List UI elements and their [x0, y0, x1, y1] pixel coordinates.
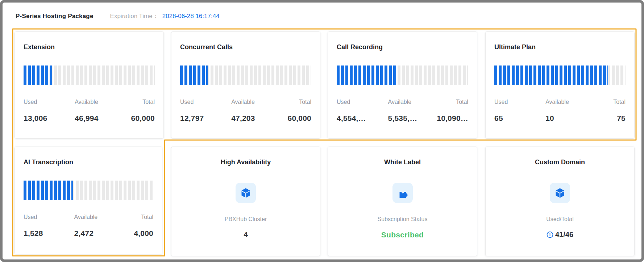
- usage-bar: [180, 66, 311, 85]
- feature-icon-box: [550, 183, 570, 203]
- usage-bar-fill: [494, 66, 608, 85]
- available-value: 47,203: [231, 114, 280, 123]
- total-value: 75: [594, 114, 626, 123]
- available-label: Available: [74, 214, 122, 220]
- total-label: Total: [594, 99, 626, 105]
- card-concurrent-calls: Concurrent Calls Used12,797 Available47,…: [171, 31, 320, 139]
- cube-icon: [554, 187, 566, 199]
- feature-icon-box: [236, 183, 256, 203]
- expiration-time-label: Expiration Time：: [110, 12, 159, 20]
- info-circle-icon[interactable]: [547, 231, 553, 238]
- usage-stats: Used65 Available10 Total75: [494, 99, 626, 123]
- card-title: Custom Domain: [494, 159, 626, 166]
- total-label: Total: [280, 99, 311, 105]
- card-high-availability: High Availability PBXHub Cluster 4: [171, 147, 320, 256]
- page-title: P-Series Hosting Package: [16, 13, 94, 20]
- used-value: 13,006: [24, 114, 75, 123]
- available-value: 5,535,…: [388, 114, 437, 123]
- available-value: 46,994: [75, 114, 123, 123]
- card-title: AI Transcription: [24, 159, 153, 166]
- card-call-recording: Call Recording Used4,554,… Available5,53…: [328, 31, 477, 139]
- total-label: Total: [122, 214, 153, 220]
- usage-stats: Used13,006 Available46,994 Total60,000: [24, 99, 155, 123]
- used-value: 4,554,…: [337, 114, 388, 123]
- used-label: Used: [180, 99, 231, 105]
- hosting-package-panel: P-Series Hosting Package Expiration Time…: [0, 0, 644, 262]
- feature-value: 41/46: [486, 231, 634, 239]
- usage-bar-fill: [24, 181, 73, 200]
- card-ai-transcription: AI Transcription Used1,528 Available2,47…: [14, 147, 162, 254]
- used-value: 1,528: [24, 229, 74, 238]
- used-total-value: 41/46: [555, 231, 573, 239]
- puzzle-icon: [397, 187, 408, 199]
- card-title: White Label: [337, 159, 468, 166]
- usage-stats: Used12,797 Available47,203 Total60,000: [180, 99, 311, 123]
- usage-bar: [494, 66, 626, 85]
- subscription-status-value: Subscribed: [328, 231, 477, 239]
- used-value: 12,797: [180, 114, 231, 123]
- card-title: Call Recording: [337, 43, 468, 51]
- card-extension: Extension Used13,006 Available46,994 Tot…: [14, 31, 164, 139]
- available-label: Available: [545, 99, 594, 105]
- card-title: Extension: [24, 43, 155, 51]
- usage-bar-fill: [180, 66, 208, 85]
- card-title: Concurrent Calls: [180, 43, 311, 51]
- feature-icon-box: [392, 183, 413, 203]
- expiration-time-value: 2028-06-28 16:17:44: [162, 13, 220, 20]
- card-title: High Availability: [180, 159, 311, 166]
- feature-label: Used/Total: [486, 216, 634, 223]
- usage-bar-fill: [337, 66, 396, 85]
- used-value: 65: [494, 114, 545, 123]
- available-label: Available: [75, 99, 123, 105]
- usage-bar: [24, 66, 155, 85]
- available-value: 10: [545, 114, 594, 123]
- used-label: Used: [24, 214, 74, 220]
- available-label: Available: [388, 99, 437, 105]
- feature-label: PBXHub Cluster: [171, 216, 320, 223]
- usage-stats: Used1,528 Available2,472 Total4,000: [24, 214, 153, 238]
- cube-icon: [240, 187, 252, 199]
- page-header: P-Series Hosting Package Expiration Time…: [16, 12, 220, 20]
- card-white-label: White Label Subscription Status Subscrib…: [328, 147, 477, 256]
- available-label: Available: [231, 99, 280, 105]
- total-value: 60,000: [280, 114, 311, 123]
- usage-stats: Used4,554,… Available5,535,… Total10,090…: [337, 99, 468, 123]
- used-label: Used: [24, 99, 75, 105]
- feature-label: Subscription Status: [328, 216, 477, 223]
- usage-bar: [24, 181, 153, 200]
- card-custom-domain: Custom Domain Used/Total 41/46: [485, 147, 635, 256]
- total-label: Total: [123, 99, 155, 105]
- available-value: 2,472: [74, 229, 122, 238]
- usage-bar: [337, 66, 468, 85]
- feature-value: 4: [171, 231, 320, 239]
- total-label: Total: [437, 99, 468, 105]
- card-ultimate-plan: Ultimate Plan Used65 Available10 Total75: [485, 31, 635, 139]
- total-value: 10,090…: [437, 114, 468, 123]
- used-label: Used: [337, 99, 388, 105]
- usage-bar-fill: [24, 66, 52, 85]
- total-value: 4,000: [122, 229, 153, 238]
- used-label: Used: [494, 99, 545, 105]
- card-title: Ultimate Plan: [494, 43, 626, 51]
- total-value: 60,000: [123, 114, 155, 123]
